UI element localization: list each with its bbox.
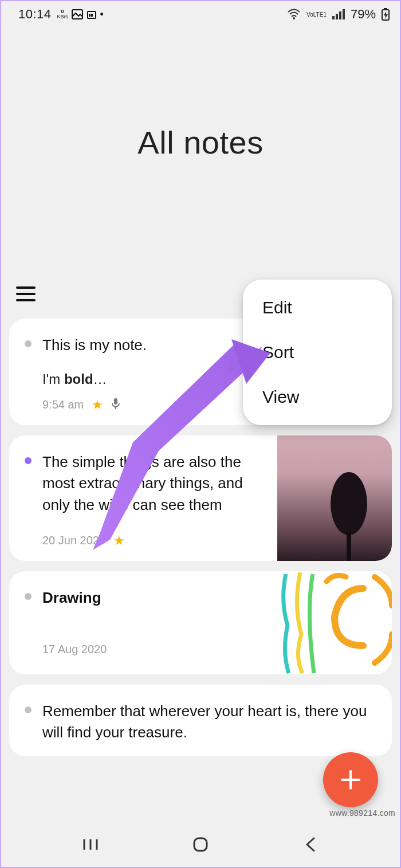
- note-title: This is my note.: [42, 335, 265, 356]
- net-speed-indicator: 0 KB/s: [57, 9, 68, 19]
- svg-rect-5: [332, 16, 335, 19]
- menu-item-sort[interactable]: Sort: [243, 330, 392, 375]
- menu-button[interactable]: [16, 286, 36, 301]
- note-snippet: I'm bold…: [42, 371, 265, 387]
- star-icon: ★: [113, 533, 125, 548]
- page-title: All notes: [137, 124, 263, 161]
- note-bullet: [24, 335, 32, 413]
- svg-rect-3: [91, 14, 93, 17]
- note-thumbnail: [277, 571, 392, 674]
- svg-rect-10: [384, 8, 387, 10]
- note-title: Drawing: [42, 587, 265, 609]
- svg-point-4: [293, 17, 295, 19]
- note-meta: 17 Aug 2020: [42, 643, 265, 656]
- status-bar: 10:14 0 KB/s • VoLTE1: [1, 1, 400, 28]
- note-date: 17 Aug 2020: [42, 643, 107, 656]
- microphone-icon: [111, 398, 120, 412]
- tree-silhouette: [329, 469, 369, 561]
- battery-percent: 79%: [351, 7, 376, 22]
- note-date: 20 Jun 2020: [42, 534, 105, 547]
- svg-rect-8: [343, 9, 345, 19]
- note-date: 9:54 am: [42, 398, 84, 411]
- add-note-fab[interactable]: [323, 752, 378, 807]
- note-bullet: [24, 701, 32, 744]
- more-status-dot-icon: •: [100, 9, 104, 21]
- signal-icon: [332, 9, 345, 19]
- overflow-menu: Edit Sort View: [243, 280, 392, 425]
- star-icon: ★: [92, 398, 103, 413]
- svg-rect-6: [336, 14, 338, 19]
- watermark: www.989214.com: [329, 808, 395, 818]
- status-time: 10:14: [18, 7, 52, 22]
- svg-rect-24: [194, 838, 207, 851]
- app-header: All notes: [1, 28, 400, 274]
- battery-charging-icon: [382, 8, 390, 21]
- svg-rect-2: [89, 14, 91, 17]
- svg-rect-12: [114, 398, 117, 404]
- menu-item-view[interactable]: View: [243, 375, 392, 419]
- svg-rect-7: [339, 11, 341, 19]
- wifi-icon: [287, 9, 301, 20]
- note-bullet: [24, 587, 32, 662]
- doodle-drawing: [277, 571, 392, 674]
- system-nav-bar: [1, 822, 400, 867]
- back-icon: [304, 836, 317, 853]
- nav-recents-button[interactable]: [78, 832, 103, 857]
- home-icon: [192, 836, 209, 853]
- note-title: The simple things are also the most extr…: [42, 451, 265, 516]
- menu-item-edit[interactable]: Edit: [243, 285, 392, 330]
- note-card[interactable]: Remember that wherever your heart is, th…: [9, 685, 392, 756]
- recents-icon: [82, 837, 99, 852]
- note-meta: 20 Jun 2020 ★: [42, 533, 265, 548]
- svg-rect-15: [347, 532, 351, 561]
- note-card[interactable]: Drawing 17 Aug 2020: [9, 571, 392, 674]
- note-bullet: [24, 451, 32, 548]
- note-card[interactable]: The simple things are also the most extr…: [9, 435, 392, 561]
- note-title: Remember that wherever your heart is, th…: [42, 701, 379, 744]
- plus-icon: [339, 768, 363, 792]
- nav-back-button[interactable]: [298, 832, 323, 857]
- note-thumbnail: [277, 435, 392, 561]
- volte-label: VoLTE1: [306, 11, 327, 18]
- screen: 10:14 0 KB/s • VoLTE1: [1, 1, 400, 867]
- sim-icon: [87, 9, 97, 19]
- svg-marker-11: [384, 11, 388, 19]
- note-meta: 9:54 am ★: [42, 398, 265, 413]
- nav-home-button[interactable]: [188, 832, 213, 857]
- gallery-icon: [72, 9, 83, 19]
- svg-point-14: [331, 472, 367, 535]
